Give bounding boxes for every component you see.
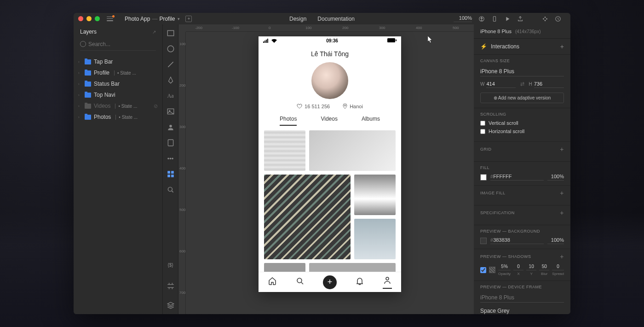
titlebar: Photo App — Profile ▾ + Design Documenta… [74, 13, 570, 24]
grid-heading: GRID [480, 147, 492, 152]
height-input[interactable] [534, 80, 564, 88]
prevbg-opacity[interactable]: 100% [547, 237, 564, 244]
layer-item[interactable]: ›Videos• State ...⊘ [74, 100, 162, 111]
location-stat: Hanoi [343, 104, 363, 109]
search-tool[interactable] [167, 186, 175, 194]
breadcrumb[interactable]: Photo App — Profile ▾ [125, 16, 180, 22]
svg-rect-9 [168, 140, 173, 146]
add-spec-button[interactable]: + [560, 209, 564, 216]
inspector-panel: iPhone 8 Plus (414x736px) ⚡ Interactions… [474, 24, 570, 314]
canvas[interactable]: -200-1000100200300400500600 100200300400… [178, 24, 474, 314]
vscroll-checkbox[interactable]: Vertical scroll [480, 120, 564, 126]
svg-rect-2 [493, 16, 495, 21]
layer-item[interactable]: ›Photos• State ... [74, 111, 162, 123]
grid-tool[interactable] [167, 170, 175, 178]
image-tool[interactable] [167, 107, 175, 116]
layer-item[interactable]: ›Top Navi [74, 89, 162, 100]
svg-point-22 [297, 278, 302, 283]
fill-hex[interactable]: #FFFFFF [490, 174, 544, 181]
add-imagefill-button[interactable]: + [560, 189, 564, 197]
likes-stat: 16 511 256 [297, 104, 330, 109]
width-input[interactable] [486, 80, 515, 88]
components-icon[interactable] [542, 16, 548, 22]
app-window: Photo App — Profile ▾ + Design Documenta… [74, 13, 570, 314]
play-icon[interactable] [504, 16, 511, 22]
profile-name: Lê Thái Tông [311, 50, 349, 58]
tab-albums[interactable]: Albums [362, 116, 380, 126]
battery-icon [387, 38, 397, 43]
prevbg-swatch[interactable] [480, 238, 487, 244]
profile-icon[interactable] [383, 275, 392, 289]
export-icon[interactable] [517, 16, 523, 22]
photo-thumb[interactable] [264, 130, 305, 171]
line-tool[interactable] [167, 60, 175, 69]
rectangle-tool[interactable] [167, 29, 175, 37]
code-tool[interactable]: {$} [167, 261, 175, 269]
pen-tool[interactable] [167, 76, 175, 84]
collapse-icon[interactable]: ↗ [152, 29, 156, 35]
spacing-tool[interactable] [167, 282, 175, 290]
devframe-color-select[interactable]: Space Grey [480, 306, 564, 314]
avatar-tool[interactable] [167, 123, 175, 131]
photo-thumb[interactable] [354, 175, 396, 215]
photo-thumb[interactable] [309, 130, 396, 171]
add-interaction-button[interactable]: + [560, 43, 564, 50]
fill-swatch[interactable] [480, 174, 487, 181]
frame-tool[interactable] [167, 139, 175, 147]
ellipse-tool[interactable] [167, 45, 175, 53]
shadow-enabled[interactable] [480, 267, 486, 273]
layers-title: Layers [80, 29, 97, 35]
menu-icon[interactable] [107, 17, 113, 21]
photo-thumb[interactable] [309, 263, 396, 272]
bolt-icon: ⚡ [480, 43, 487, 50]
project-name: Photo App [125, 16, 150, 22]
device-icon[interactable] [491, 16, 498, 22]
layers-search-input[interactable] [80, 39, 156, 51]
zoom-input[interactable] [454, 15, 472, 22]
hscroll-checkbox[interactable]: Horizontal scroll [480, 128, 564, 134]
window-close-button[interactable] [78, 16, 83, 21]
layers-tool[interactable] [167, 301, 175, 309]
spec-heading: SPECIFICATION [480, 210, 515, 215]
add-button[interactable]: + [323, 275, 337, 289]
search-icon[interactable] [295, 276, 305, 288]
artboard-profile[interactable]: 09:36 Lê Thái Tông 16 511 256 [259, 36, 401, 292]
tab-bar: + [259, 272, 401, 292]
photo-thumb[interactable] [264, 263, 305, 272]
devframe-device-select[interactable]: iPhone 8 Plus [480, 293, 564, 303]
fill-heading: FILL [480, 165, 564, 170]
fill-opacity[interactable]: 100% [547, 174, 564, 181]
prevbg-hex[interactable]: #383838 [490, 237, 544, 244]
shadow-swatch[interactable] [489, 267, 495, 273]
more-tool[interactable]: ••• [167, 154, 175, 163]
tab-videos[interactable]: Videos [321, 116, 337, 126]
tab-design[interactable]: Design [289, 16, 306, 22]
device-dims: (414x736px) [515, 29, 541, 34]
layer-item[interactable]: ›Profile• State ... [74, 67, 162, 78]
window-zoom-button[interactable] [95, 16, 100, 21]
devframe-heading: PREVIEW — DEVICE FRAME [480, 285, 564, 289]
svg-point-1 [481, 17, 482, 18]
interactions-label: Interactions [491, 43, 519, 50]
tab-documentation[interactable]: Documentation [317, 16, 355, 22]
window-minimize-button[interactable] [86, 16, 92, 21]
canvas-preset-select[interactable]: iPhone 8 Plus [480, 67, 564, 76]
avatar[interactable] [311, 62, 348, 99]
photo-thumb[interactable] [354, 219, 396, 259]
tab-photos[interactable]: Photos [280, 116, 297, 126]
bell-icon[interactable] [355, 276, 364, 288]
accessibility-icon[interactable] [478, 16, 485, 22]
canvas-size-heading: CANVAS SIZE [480, 58, 564, 63]
layer-item[interactable]: ›Tap Bar [74, 56, 162, 67]
add-shadow-button[interactable]: + [560, 253, 564, 260]
add-grid-button[interactable]: + [560, 146, 564, 153]
add-adaptive-button[interactable]: ⊕ Add new adaptive version [480, 93, 564, 103]
photo-thumb[interactable] [264, 175, 351, 259]
history-icon[interactable] [555, 16, 561, 22]
text-tool[interactable]: Aa [167, 92, 175, 100]
home-icon[interactable] [268, 276, 277, 288]
layer-item[interactable]: ›Status Bar [74, 78, 162, 89]
ruler-vertical: 100200300400500600700 [178, 32, 186, 314]
svg-rect-15 [263, 41, 264, 43]
add-page-button[interactable]: + [185, 16, 192, 22]
